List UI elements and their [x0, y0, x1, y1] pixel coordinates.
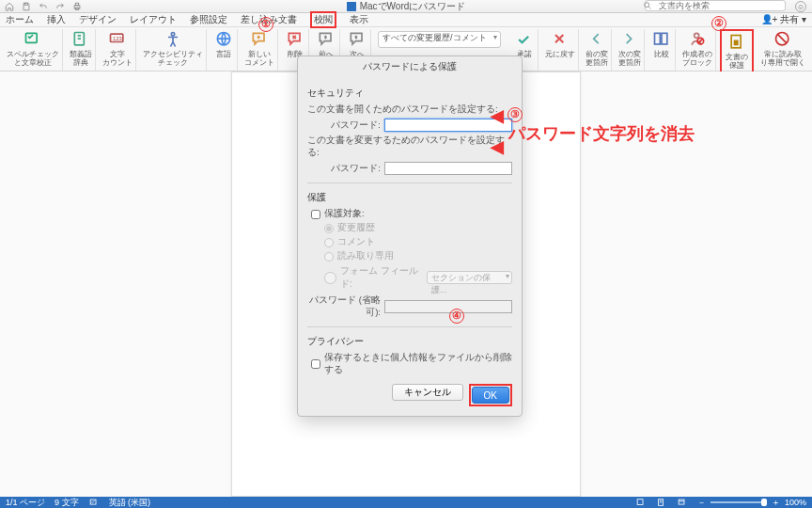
privacy-checkbox[interactable] — [311, 359, 320, 369]
radio-comments — [324, 238, 334, 247]
ok-highlight: OK — [469, 384, 512, 406]
protect-target-checkbox[interactable] — [311, 210, 320, 219]
ribbon-next-change[interactable]: 次の変 更箇所 — [616, 29, 645, 71]
password-dialog: パスワードによる保護 セキュリティ この文書を開くためのパスワードを設定する: … — [297, 56, 523, 417]
annotation-1: ① — [258, 14, 273, 32]
tab-references[interactable]: 参照設定 — [190, 13, 227, 26]
status-bar: 1/1 ページ 9 文字 英語 (米国) － ＋ 100% — [0, 497, 812, 508]
tab-review[interactable]: 校閲 — [310, 11, 336, 28]
radio-readonly — [324, 252, 334, 262]
view-web-icon[interactable] — [677, 498, 688, 507]
ribbon-compare[interactable]: 比較 — [648, 29, 676, 71]
open-password-text: この文書を開くためのパスワードを設定する: — [307, 103, 512, 116]
modify-password-label: パスワード: — [307, 163, 384, 175]
annotation-2: ② — [711, 13, 726, 31]
zoom-level[interactable]: 100% — [785, 498, 806, 507]
ribbon-readonly[interactable]: 常に読み取 り専用で開く — [757, 29, 808, 71]
ribbon-spellcheck[interactable]: スペルチェック と文章校正 — [4, 29, 63, 71]
status-spellcheck-icon[interactable] — [88, 498, 100, 507]
ribbon-accessibility[interactable]: アクセシビリティ チェック — [140, 29, 207, 71]
svg-rect-19 — [638, 500, 644, 505]
ribbon-language[interactable]: 言語 — [211, 29, 238, 71]
view-focus-icon[interactable] — [635, 498, 647, 507]
tab-layout[interactable]: レイアウト — [130, 13, 177, 26]
tab-view[interactable]: 表示 — [350, 13, 368, 26]
svg-rect-5 — [26, 33, 38, 42]
svg-rect-21 — [679, 500, 685, 504]
ok-button[interactable]: OK — [472, 387, 509, 404]
word-doc-icon — [347, 2, 356, 11]
annotation-3-text: パスワード文字列を消去 — [508, 122, 695, 145]
cancel-button[interactable]: キャンセル — [392, 384, 463, 401]
svg-rect-11 — [655, 33, 661, 44]
zoom-control[interactable]: － ＋ 100% — [697, 497, 806, 509]
annotation-3: ③ — [508, 104, 523, 122]
view-print-icon[interactable] — [656, 498, 667, 507]
status-words[interactable]: 9 文字 — [55, 497, 79, 509]
formfield-sections-dd: セクションの保護... — [427, 271, 512, 284]
ribbon-prev-change[interactable]: 前の変 更箇所 — [583, 29, 612, 71]
ribbon-tabs: ホーム 挿入 デザイン レイアウト 参照設定 差し込み文書 校閲 表示 👤+ 共… — [0, 13, 812, 27]
status-language[interactable]: 英語 (米国) — [109, 497, 151, 509]
ribbon-protect-highlight: 文書の 保護 — [720, 29, 754, 76]
search-icon — [643, 1, 652, 10]
svg-point-13 — [695, 33, 699, 38]
status-pages[interactable]: 1/1 ページ — [6, 497, 45, 509]
zoom-in[interactable]: ＋ — [772, 497, 780, 509]
titlebar: MacでWordにパスワード ☺ — [0, 0, 812, 13]
svg-rect-12 — [662, 33, 667, 44]
tab-insert[interactable]: 挿入 — [47, 13, 66, 26]
zoom-out[interactable]: － — [697, 497, 706, 509]
arrow-3a: ◀ — [491, 105, 504, 126]
modify-password-input[interactable] — [384, 162, 512, 175]
svg-point-9 — [171, 33, 174, 36]
ribbon-reject[interactable]: 元に戻す — [542, 29, 579, 71]
ribbon-block-author[interactable]: 作成者の ブロック — [679, 29, 716, 71]
arrow-3b: ◀ — [491, 136, 504, 157]
open-password-label: パスワード: — [307, 119, 384, 132]
ribbon-protect-document[interactable]: 文書の 保護 — [723, 32, 751, 73]
annotation-4: ④ — [449, 306, 464, 324]
section-protect: 保護 — [307, 191, 512, 204]
search-input[interactable] — [645, 0, 786, 11]
ribbon-new-comment[interactable]: 新しい コメント — [242, 29, 278, 71]
ribbon-thesaurus[interactable]: 類義語 辞典 — [67, 29, 96, 71]
optional-password-label: パスワード (省略可): — [307, 294, 384, 319]
feedback-icon[interactable]: ☺ — [795, 1, 806, 12]
modify-password-text: この文書を変更するためのパスワードを設定する: — [307, 135, 512, 159]
zoom-slider[interactable] — [710, 501, 767, 503]
tab-design[interactable]: デザイン — [79, 13, 117, 26]
radio-formfields — [324, 272, 336, 284]
svg-point-4 — [645, 3, 649, 8]
tab-home[interactable]: ホーム — [6, 13, 34, 26]
window-title: MacでWordにパスワード — [360, 0, 466, 13]
radio-trackchanges — [324, 224, 334, 233]
optional-password-input — [384, 300, 512, 313]
dialog-title: パスワードによる保護 — [298, 56, 522, 77]
section-security: セキュリティ — [307, 87, 512, 100]
section-privacy: プライバシー — [307, 335, 512, 348]
ribbon-wordcount[interactable]: 123文字 カウント — [100, 29, 136, 71]
svg-rect-16 — [735, 40, 738, 44]
share-button[interactable]: 👤+ 共有 ▾ — [761, 13, 806, 26]
svg-text:123: 123 — [113, 36, 122, 41]
